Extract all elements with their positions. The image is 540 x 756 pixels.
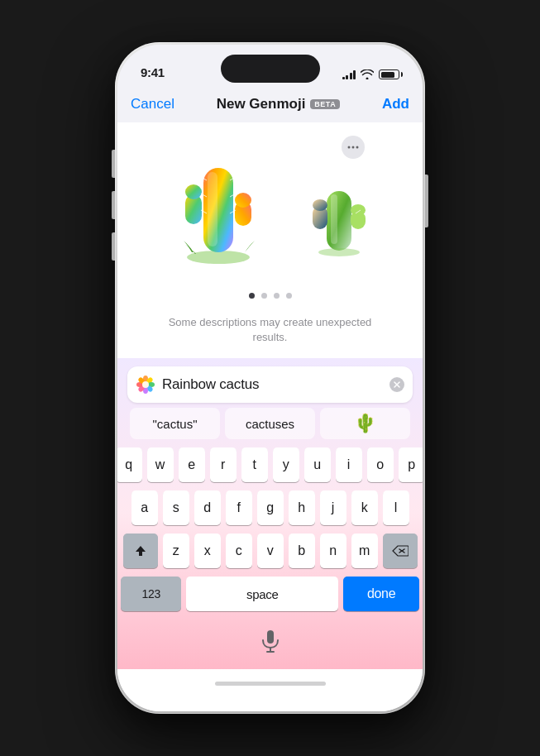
shift-icon bbox=[134, 544, 147, 557]
mic-icon bbox=[261, 629, 280, 653]
key-h[interactable]: h bbox=[289, 490, 315, 525]
clear-icon bbox=[393, 380, 401, 389]
svg-rect-7 bbox=[235, 193, 251, 208]
autocomplete-cactus-quoted[interactable]: "cactus" bbox=[130, 408, 220, 439]
svg-point-3 bbox=[187, 251, 250, 264]
key-m[interactable]: m bbox=[351, 534, 378, 568]
key-p[interactable]: p bbox=[399, 447, 423, 482]
key-row-2: a s d f g h j k l bbox=[121, 490, 419, 525]
dot-2 bbox=[261, 293, 267, 299]
search-row: Rainbow cactus bbox=[117, 358, 423, 408]
key-u[interactable]: u bbox=[304, 447, 331, 482]
phone-inner: 9:41 Cancel bbox=[117, 45, 423, 711]
autocomplete-cactus-emoji[interactable]: 🌵 bbox=[320, 408, 410, 439]
svg-rect-5 bbox=[185, 184, 202, 199]
svg-rect-42 bbox=[267, 630, 274, 644]
svg-point-25 bbox=[318, 248, 360, 256]
svg-rect-24 bbox=[331, 194, 337, 244]
dot-4 bbox=[286, 293, 292, 299]
page-dots bbox=[249, 293, 292, 299]
search-input-wrap[interactable]: Rainbow cactus bbox=[127, 366, 413, 403]
key-d[interactable]: d bbox=[194, 490, 221, 525]
rainbow-cactus-secondary bbox=[298, 176, 380, 259]
key-l[interactable]: l bbox=[383, 490, 409, 525]
status-time: 9:41 bbox=[141, 65, 165, 79]
autocomplete-cactuses[interactable]: cactuses bbox=[225, 408, 315, 439]
home-bar bbox=[215, 682, 326, 686]
key-c[interactable]: c bbox=[226, 534, 252, 568]
keyboard: q w e r t y u i o p a bbox=[117, 444, 423, 611]
svg-line-26 bbox=[356, 198, 361, 201]
backspace-icon bbox=[392, 545, 409, 557]
svg-rect-9 bbox=[208, 172, 217, 246]
key-k[interactable]: k bbox=[351, 490, 378, 525]
dot-1 bbox=[249, 293, 255, 299]
svg-line-18 bbox=[218, 160, 222, 166]
wifi-icon bbox=[361, 69, 374, 79]
secondary-emoji[interactable] bbox=[294, 172, 385, 263]
backspace-key[interactable] bbox=[383, 534, 418, 568]
key-b[interactable]: b bbox=[289, 534, 315, 568]
space-key[interactable]: space bbox=[186, 577, 338, 611]
key-row-3: z x c v b n m bbox=[121, 534, 419, 568]
cancel-button[interactable]: Cancel bbox=[131, 96, 174, 112]
svg-point-0 bbox=[348, 146, 351, 149]
title-group: New Genmoji BETA bbox=[217, 96, 341, 112]
key-q[interactable]: q bbox=[117, 447, 142, 482]
key-e[interactable]: e bbox=[179, 447, 205, 482]
key-j[interactable]: j bbox=[320, 490, 346, 525]
key-g[interactable]: g bbox=[257, 490, 284, 525]
dot-3 bbox=[274, 293, 280, 299]
more-button[interactable] bbox=[342, 136, 365, 159]
key-f[interactable]: f bbox=[226, 490, 252, 525]
emoji-preview bbox=[117, 131, 423, 280]
page-title: New Genmoji bbox=[217, 96, 306, 112]
autocomplete-row: "cactus" cactuses 🌵 bbox=[117, 408, 423, 444]
key-o[interactable]: o bbox=[367, 447, 394, 482]
key-row-1: q w e r t y u i o p bbox=[121, 447, 419, 482]
bottom-row bbox=[117, 620, 423, 669]
key-i[interactable]: i bbox=[336, 447, 362, 482]
shift-key[interactable] bbox=[123, 534, 158, 568]
clear-button[interactable] bbox=[389, 377, 404, 392]
num-key[interactable]: 123 bbox=[121, 577, 181, 611]
screen: 9:41 Cancel bbox=[117, 45, 423, 711]
key-z[interactable]: z bbox=[163, 534, 189, 568]
key-t[interactable]: t bbox=[241, 447, 268, 482]
svg-point-1 bbox=[352, 146, 355, 149]
home-indicator bbox=[215, 669, 326, 697]
done-key[interactable]: done bbox=[343, 577, 419, 611]
key-r[interactable]: r bbox=[210, 447, 237, 482]
phone-frame: 9:41 Cancel bbox=[115, 42, 425, 714]
key-a[interactable]: a bbox=[131, 490, 158, 525]
add-button[interactable]: Add bbox=[382, 96, 409, 112]
header: Cancel New Genmoji BETA Add bbox=[117, 86, 423, 122]
content-area: Some descriptions may create unexpected … bbox=[117, 122, 423, 711]
svg-line-16 bbox=[214, 160, 218, 166]
signal-icon bbox=[342, 69, 356, 79]
svg-point-2 bbox=[356, 146, 359, 149]
rainbow-cactus-main bbox=[160, 151, 276, 267]
svg-rect-21 bbox=[313, 199, 327, 211]
status-icons bbox=[342, 69, 400, 79]
dynamic-island bbox=[221, 55, 320, 83]
warning-text: Some descriptions may create unexpected … bbox=[117, 315, 423, 345]
ellipsis-icon bbox=[347, 146, 359, 149]
svg-rect-23 bbox=[351, 204, 366, 216]
beta-badge: BETA bbox=[310, 99, 340, 109]
genmoji-icon bbox=[136, 375, 155, 395]
key-x[interactable]: x bbox=[194, 534, 221, 568]
key-v[interactable]: v bbox=[257, 534, 284, 568]
main-emoji[interactable] bbox=[156, 147, 280, 271]
svg-point-37 bbox=[142, 381, 149, 388]
key-row-4: 123 space done bbox=[121, 577, 419, 611]
key-w[interactable]: w bbox=[147, 447, 174, 482]
mic-button[interactable] bbox=[256, 626, 285, 656]
key-y[interactable]: y bbox=[273, 447, 299, 482]
search-text: Rainbow cactus bbox=[162, 376, 383, 393]
key-s[interactable]: s bbox=[163, 490, 189, 525]
key-n[interactable]: n bbox=[320, 534, 346, 568]
keyboard-container: Rainbow cactus "cactus" cac bbox=[117, 358, 423, 669]
svg-rect-19 bbox=[327, 191, 351, 251]
battery-icon bbox=[379, 69, 399, 79]
